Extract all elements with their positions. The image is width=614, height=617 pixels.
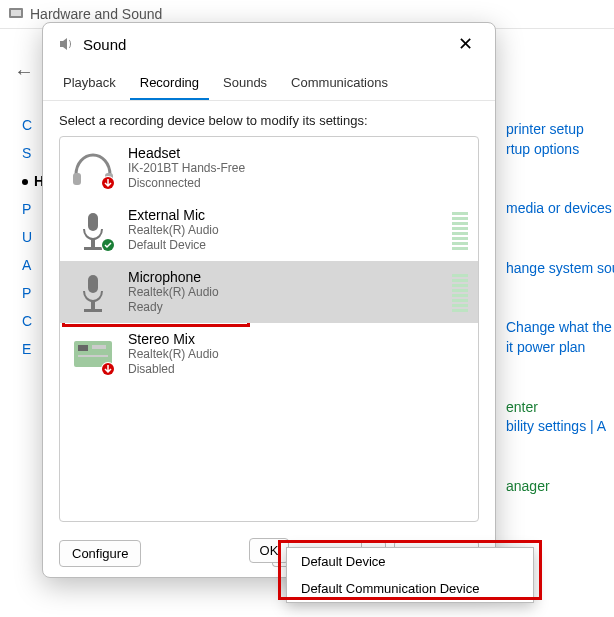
- tab-communications[interactable]: Communications: [281, 69, 398, 100]
- svg-rect-17: [78, 355, 108, 357]
- background-link[interactable]: it power plan: [506, 338, 614, 358]
- device-sub: IK-201BT Hands-FreeDisconnected: [128, 161, 468, 191]
- set-default-menu: Default DeviceDefault Communication Devi…: [286, 547, 534, 603]
- svg-rect-11: [88, 275, 98, 293]
- tab-playback[interactable]: Playback: [53, 69, 126, 100]
- svg-rect-8: [84, 247, 102, 250]
- left-category-letter[interactable]: P: [22, 202, 44, 216]
- close-button[interactable]: ✕: [450, 31, 481, 57]
- device-sub: Realtek(R) AudioDisabled: [128, 347, 468, 377]
- ok-button[interactable]: OK: [249, 538, 290, 563]
- device-sub: Realtek(R) AudioReady: [128, 285, 440, 315]
- sound-dialog: Sound ✕ PlaybackRecordingSoundsCommunica…: [42, 22, 496, 578]
- left-category-letter[interactable]: C: [22, 118, 44, 132]
- background-link[interactable]: media or devices: [506, 199, 614, 219]
- level-meter: [452, 210, 468, 250]
- device-name: Headset: [128, 145, 468, 161]
- svg-rect-12: [91, 301, 95, 309]
- level-meter: [452, 272, 468, 312]
- menu-item[interactable]: Default Communication Device: [287, 575, 533, 602]
- device-row[interactable]: External MicRealtek(R) AudioDefault Devi…: [60, 199, 478, 261]
- instruction-text: Select a recording device below to modif…: [43, 101, 495, 136]
- left-category-letter[interactable]: U: [22, 230, 44, 244]
- device-row[interactable]: Stereo MixRealtek(R) AudioDisabled: [60, 323, 478, 385]
- device-row[interactable]: HeadsetIK-201BT Hands-FreeDisconnected: [60, 137, 478, 199]
- left-category-letter[interactable]: H: [22, 174, 44, 188]
- sound-icon: [57, 35, 75, 53]
- back-arrow-icon[interactable]: ←: [14, 60, 34, 83]
- menu-item[interactable]: Default Device: [287, 548, 533, 575]
- svg-rect-1: [11, 10, 21, 16]
- svg-rect-2: [73, 173, 81, 185]
- left-category-letter[interactable]: S: [22, 146, 44, 160]
- background-link[interactable]: anager: [506, 477, 614, 497]
- device-row[interactable]: MicrophoneRealtek(R) AudioReady: [60, 261, 478, 323]
- background-link[interactable]: printer setup: [506, 120, 614, 140]
- device-name: External Mic: [128, 207, 440, 223]
- svg-rect-15: [78, 345, 88, 351]
- headset-icon: [70, 145, 116, 191]
- left-category-letter[interactable]: E: [22, 342, 44, 356]
- tab-sounds[interactable]: Sounds: [213, 69, 277, 100]
- device-name: Stereo Mix: [128, 331, 468, 347]
- left-category-letter[interactable]: A: [22, 258, 44, 272]
- left-categories: CSHPUAPCE: [22, 118, 44, 370]
- background-link[interactable]: enter: [506, 398, 614, 418]
- background-link[interactable]: rtup options: [506, 140, 614, 160]
- mic-icon: [70, 207, 116, 253]
- control-panel-icon: [8, 6, 24, 22]
- dialog-titlebar: Sound ✕: [43, 23, 495, 63]
- mic-icon: [70, 269, 116, 315]
- background-link[interactable]: Change what the: [506, 318, 614, 338]
- background-link[interactable]: hange system sou: [506, 259, 614, 279]
- background-link[interactable]: bility settings | A: [506, 417, 614, 437]
- left-category-letter[interactable]: C: [22, 314, 44, 328]
- device-name: Microphone: [128, 269, 440, 285]
- dialog-title: Sound: [83, 36, 126, 53]
- control-panel-title: Hardware and Sound: [30, 6, 162, 22]
- device-list[interactable]: HeadsetIK-201BT Hands-FreeDisconnectedEx…: [59, 136, 479, 522]
- svg-rect-13: [84, 309, 102, 312]
- svg-rect-16: [92, 345, 106, 349]
- svg-rect-7: [91, 239, 95, 247]
- background-links: printer setuprtup optionsmedia or device…: [506, 120, 614, 496]
- device-sub: Realtek(R) AudioDefault Device: [128, 223, 440, 253]
- tabs: PlaybackRecordingSoundsCommunications: [43, 63, 495, 101]
- left-category-letter[interactable]: P: [22, 286, 44, 300]
- tab-recording[interactable]: Recording: [130, 69, 209, 100]
- svg-rect-6: [88, 213, 98, 231]
- board-icon: [70, 331, 116, 377]
